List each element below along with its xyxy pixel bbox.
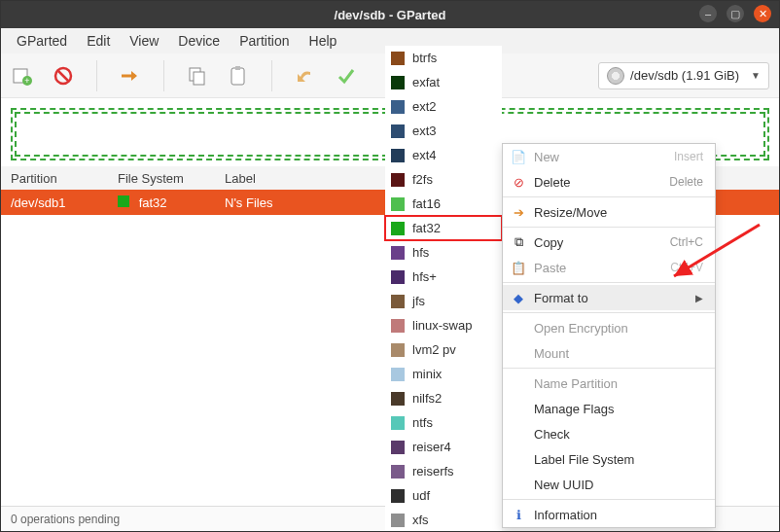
minimize-button[interactable]: – xyxy=(699,5,717,22)
apply-icon[interactable] xyxy=(335,64,358,88)
fs-item-ext3[interactable]: ext3 xyxy=(385,119,502,143)
ctx-resize[interactable]: ➔ Resize/Move xyxy=(503,199,715,225)
svg-line-4 xyxy=(58,71,68,81)
new-icon: 📄 xyxy=(511,149,526,164)
fs-item-label: btrfs xyxy=(412,51,437,65)
fs-item-minix[interactable]: minix xyxy=(385,362,502,386)
fs-item-label: jfs xyxy=(412,294,425,308)
menu-edit[interactable]: Edit xyxy=(77,31,120,51)
col-label[interactable]: Label xyxy=(225,171,371,186)
fs-item-label: exfat xyxy=(412,75,440,89)
ctx-new-uuid[interactable]: New UUID xyxy=(503,472,715,497)
fs-color-swatch xyxy=(118,195,129,207)
undo-icon[interactable] xyxy=(294,64,317,88)
fs-item-linux-swap[interactable]: linux-swap xyxy=(385,313,502,337)
fs-item-lvm2-pv[interactable]: lvm2 pv xyxy=(385,337,502,362)
svg-text:+: + xyxy=(24,76,29,86)
menu-partition[interactable]: Partition xyxy=(230,31,299,51)
fs-item-fat16[interactable]: fat16 xyxy=(385,192,502,216)
ctx-name-partition: Name Partition xyxy=(503,371,715,396)
filesystem-submenu: btrfsexfatext2ext3ext4f2fsfat16fat32hfsh… xyxy=(385,46,502,532)
resize-icon[interactable] xyxy=(119,64,142,88)
ctx-format-to[interactable]: ◆ Format to▶ xyxy=(503,285,715,310)
status-text: 0 operations pending xyxy=(11,513,120,526)
fs-color-swatch xyxy=(391,489,405,503)
fs-item-ext2[interactable]: ext2 xyxy=(385,94,502,119)
ctx-label-filesystem[interactable]: Label File System xyxy=(503,446,715,472)
fs-item-label: ext3 xyxy=(412,124,437,138)
window-controls: – ▢ ✕ xyxy=(699,5,771,22)
menu-gparted[interactable]: GParted xyxy=(7,31,77,51)
fs-item-label: minix xyxy=(412,367,442,381)
fs-color-swatch xyxy=(391,173,405,187)
fs-item-exfat[interactable]: exfat xyxy=(385,70,502,94)
fs-item-nilfs2[interactable]: nilfs2 xyxy=(385,386,502,410)
fs-item-reiserfs[interactable]: reiserfs xyxy=(385,459,502,483)
copy-icon[interactable] xyxy=(186,64,209,88)
fs-item-ext4[interactable]: ext4 xyxy=(385,143,502,167)
device-selector[interactable]: /dev/sdb (1.91 GiB) ▼ xyxy=(598,62,769,89)
cell-label: N's Files xyxy=(225,195,371,210)
ctx-mount: Mount xyxy=(503,340,715,366)
menu-help[interactable]: Help xyxy=(300,31,347,51)
fs-item-hfs+[interactable]: hfs+ xyxy=(385,265,502,289)
ctx-open-encryption: Open Encryption xyxy=(503,315,715,340)
fs-item-ntfs[interactable]: ntfs xyxy=(385,410,502,435)
copy-icon: ⧉ xyxy=(511,234,526,250)
resize-icon: ➔ xyxy=(511,204,526,220)
fs-color-swatch xyxy=(391,149,405,162)
fs-item-f2fs[interactable]: f2fs xyxy=(385,167,502,192)
titlebar: /dev/sdb - GParted – ▢ ✕ xyxy=(1,1,779,28)
paste-icon[interactable] xyxy=(227,64,250,88)
fs-color-swatch xyxy=(391,76,405,89)
fs-color-swatch xyxy=(391,124,405,138)
svg-rect-7 xyxy=(231,68,244,85)
fs-item-label: f2fs xyxy=(412,172,433,187)
fs-color-swatch xyxy=(391,343,405,357)
device-selector-label: /dev/sdb (1.91 GiB) xyxy=(630,68,739,83)
menu-view[interactable]: View xyxy=(120,31,168,51)
fs-color-swatch xyxy=(391,392,405,406)
fs-item-label: xfs xyxy=(412,513,429,527)
fs-color-swatch xyxy=(391,270,405,284)
fs-color-swatch xyxy=(391,222,405,235)
fs-color-swatch xyxy=(391,295,405,308)
maximize-button[interactable]: ▢ xyxy=(727,5,744,22)
fs-item-label: linux-swap xyxy=(412,318,472,333)
ctx-information[interactable]: ℹ Information xyxy=(503,502,715,527)
col-partition[interactable]: Partition xyxy=(11,171,118,186)
info-icon: ℹ xyxy=(511,507,526,522)
fs-color-swatch xyxy=(391,465,405,479)
fs-item-label: ext4 xyxy=(412,148,437,162)
menu-device[interactable]: Device xyxy=(168,31,230,51)
fs-color-swatch xyxy=(391,52,405,65)
fs-item-udf[interactable]: udf xyxy=(385,483,502,508)
fs-item-hfs[interactable]: hfs xyxy=(385,240,502,265)
fs-item-fat32[interactable]: fat32 xyxy=(385,216,502,240)
fs-item-label: hfs xyxy=(412,245,429,260)
format-icon: ◆ xyxy=(511,290,526,305)
delete-icon[interactable] xyxy=(52,64,75,88)
svg-rect-8 xyxy=(235,66,240,70)
window-title: /dev/sdb - GParted xyxy=(335,8,446,22)
fs-item-label: udf xyxy=(412,488,430,503)
ctx-delete[interactable]: ⊘ DeleteDelete xyxy=(503,169,715,195)
fs-item-label: reiser4 xyxy=(412,440,451,454)
fs-color-swatch xyxy=(391,514,405,527)
fs-color-swatch xyxy=(391,441,405,454)
ctx-copy[interactable]: ⧉ CopyCtrl+C xyxy=(503,230,715,255)
fs-color-swatch xyxy=(391,197,405,211)
delete-icon: ⊘ xyxy=(511,174,526,190)
fs-item-reiser4[interactable]: reiser4 xyxy=(385,435,502,459)
ctx-check[interactable]: Check xyxy=(503,421,715,446)
ctx-manage-flags[interactable]: Manage Flags xyxy=(503,396,715,421)
fs-item-label: ntfs xyxy=(412,415,433,430)
fs-item-xfs[interactable]: xfs xyxy=(385,508,502,532)
new-partition-icon[interactable]: + xyxy=(11,64,34,88)
close-button[interactable]: ✕ xyxy=(754,5,771,22)
chevron-down-icon: ▼ xyxy=(745,70,761,81)
cell-partition: /dev/sdb1 xyxy=(11,195,118,210)
col-filesystem[interactable]: File System xyxy=(118,171,225,186)
fs-item-btrfs[interactable]: btrfs xyxy=(385,46,502,70)
fs-item-jfs[interactable]: jfs xyxy=(385,289,502,313)
